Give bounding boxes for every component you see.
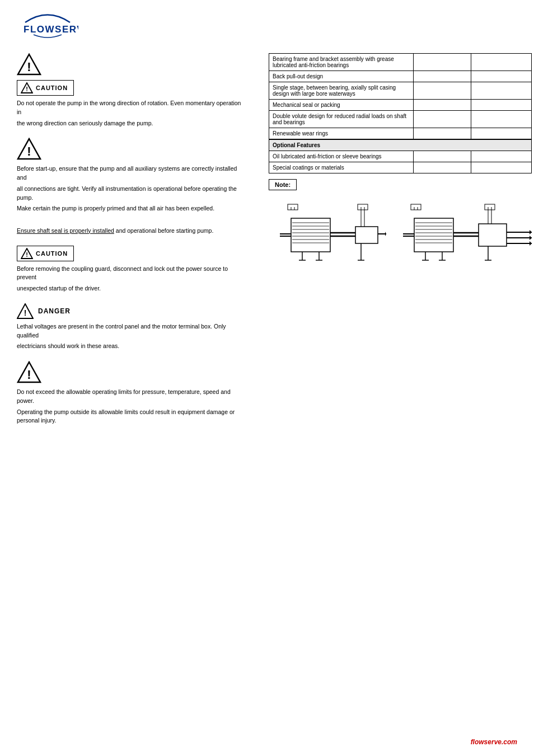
svg-marker-66 <box>530 230 532 234</box>
svg-text:!: ! <box>27 144 31 158</box>
table-section-header-cell: Optional Features <box>269 139 532 151</box>
svg-text:FLOWSERVE: FLOWSERVE <box>24 24 78 35</box>
danger-text: Lethal voltages are present in the contr… <box>17 322 246 351</box>
table-cell: Renewable wear rings <box>269 128 414 140</box>
page-header: FLOWSERVE <box>0 0 534 48</box>
table-cell <box>413 100 471 111</box>
warning-triangle-icon-2: ! <box>17 138 41 160</box>
svg-rect-42 <box>411 204 421 210</box>
table-section-header: Optional Features <box>269 139 532 151</box>
data-table: Bearing frame and bracket assembly with … <box>269 53 532 173</box>
table-cell <box>413 162 471 173</box>
table-cell <box>471 128 532 140</box>
caution-block-2: ! CAUTION Before removing the coupling g… <box>17 246 246 293</box>
svg-text:!: ! <box>27 368 31 382</box>
warning-text-2: Before start-up, ensure that the pump an… <box>17 165 246 235</box>
table-row: Double volute design for reduced radial … <box>269 111 532 128</box>
table-cell <box>471 82 532 100</box>
diagram-area <box>269 201 532 269</box>
caution-badge-1: ! CAUTION <box>17 80 74 96</box>
svg-rect-64 <box>485 204 495 210</box>
caution-badge-2: ! CAUTION <box>17 246 74 261</box>
warning-text-5: Do not exceed the allowable operating li… <box>17 388 246 425</box>
table-cell: Back pull-out design <box>269 71 414 82</box>
svg-rect-28 <box>355 227 378 243</box>
caution-badge-label-2: CAUTION <box>36 250 68 257</box>
logo: FLOWSERVE <box>17 10 78 42</box>
svg-text:!: ! <box>27 60 31 74</box>
table-cell <box>471 162 532 173</box>
table-cell <box>471 100 532 111</box>
warning-triangle-icon-1: ! <box>17 53 41 76</box>
svg-marker-70 <box>530 241 532 246</box>
table-body: Bearing frame and bracket assembly with … <box>269 54 532 173</box>
note-box: Note: <box>269 179 297 190</box>
table-cell <box>413 71 471 82</box>
table-row: Bearing frame and bracket assembly with … <box>269 54 532 71</box>
table-cell <box>413 54 471 71</box>
danger-badge: ! DANGER <box>17 303 71 319</box>
danger-badge-icon: ! <box>17 303 34 319</box>
warning-block-2: ! Before start-up, ensure that the pump … <box>17 138 246 235</box>
svg-rect-37 <box>358 204 368 210</box>
caution-text-1: Do not operate the pump in the wrong dir… <box>17 99 246 128</box>
caution-block-1: ! ! CAUTION Do not operate the pump in t… <box>17 53 246 128</box>
right-column: Bearing frame and bracket assembly with … <box>263 53 532 435</box>
caution-badge-icon-1: ! <box>21 82 33 93</box>
table-row: Mechanical seal or packing <box>269 100 532 111</box>
table-cell <box>471 151 532 162</box>
warning-block-5: ! Do not exceed the allowable operating … <box>17 361 246 425</box>
table-row: Special coatings or materials <box>269 162 532 173</box>
table-cell <box>471 111 532 128</box>
svg-text:!: ! <box>24 308 27 317</box>
flowserve-logo: FLOWSERVE <box>17 10 78 41</box>
table-cell: Mechanical seal or packing <box>269 100 414 111</box>
table-cell: Double volute design for reduced radial … <box>269 111 414 128</box>
left-column: ! ! CAUTION Do not operate the pump in t… <box>17 53 252 435</box>
table-cell: Oil lubricated anti-friction or sleeve b… <box>269 151 414 162</box>
pump-diagram-2 <box>397 201 532 269</box>
table-cell <box>413 111 471 128</box>
caution-text-2: Before removing the coupling guard, disc… <box>17 265 246 293</box>
table-row: Renewable wear rings <box>269 128 532 140</box>
table-cell <box>413 82 471 100</box>
footer: flowserve.com <box>471 738 517 746</box>
table-cell: Bearing frame and bracket assembly with … <box>269 54 414 71</box>
svg-text:!: ! <box>26 251 28 258</box>
main-content: ! ! CAUTION Do not operate the pump in t… <box>0 48 534 435</box>
website-link: flowserve.com <box>471 738 517 746</box>
warning-triangle-icon-5: ! <box>17 361 41 383</box>
table-row: Oil lubricated anti-friction or sleeve b… <box>269 151 532 162</box>
danger-badge-label: DANGER <box>38 307 71 315</box>
svg-rect-55 <box>479 224 507 246</box>
svg-text:!: ! <box>26 86 28 92</box>
table-cell <box>413 151 471 162</box>
table-row: Back pull-out design <box>269 71 532 82</box>
table-cell: Single stage, between bearing, axially s… <box>269 82 414 100</box>
table-cell: Special coatings or materials <box>269 162 414 173</box>
svg-marker-68 <box>530 236 532 240</box>
svg-marker-39 <box>385 232 386 236</box>
svg-rect-15 <box>288 204 298 210</box>
svg-rect-18 <box>291 218 330 252</box>
danger-block: ! DANGER Lethal voltages are present in … <box>17 303 246 351</box>
note-label: Note: <box>275 181 291 188</box>
caution-badge-icon-2: ! <box>21 248 33 259</box>
caution-badge-label-1: CAUTION <box>36 84 68 91</box>
table-row: Single stage, between bearing, axially s… <box>269 82 532 100</box>
table-cell <box>413 128 471 140</box>
pump-diagram-1 <box>274 201 386 269</box>
svg-rect-45 <box>414 218 453 252</box>
table-cell <box>471 71 532 82</box>
table-cell <box>471 54 532 71</box>
